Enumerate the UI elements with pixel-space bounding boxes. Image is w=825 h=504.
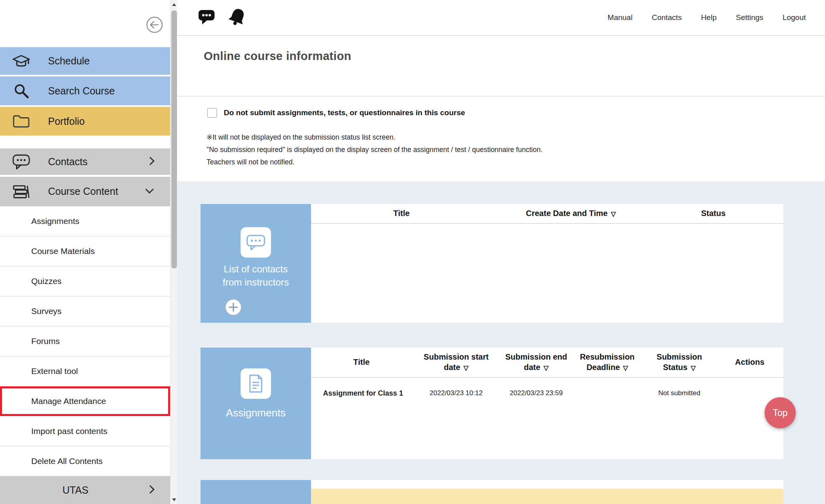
note-line: ※It will not be displayed on the submiss… xyxy=(207,131,542,144)
column-header-submission-status[interactable]: Submission Status▽ xyxy=(639,348,719,377)
cell-submission-status: Not submitted xyxy=(639,378,719,409)
assignments-table-header: Title Submission start date▽ Submission … xyxy=(311,348,783,378)
search-icon xyxy=(10,76,32,105)
contacts-card: List of contacts from instructors xyxy=(201,204,783,323)
column-header-submission-end[interactable]: Submission end date▽ xyxy=(497,348,575,377)
title-row: Online course information xyxy=(177,36,825,96)
sidebar-item-utas[interactable]: UTAS xyxy=(0,476,170,504)
scroll-up-button[interactable] xyxy=(171,0,178,9)
course-content-icon xyxy=(10,177,32,206)
assignments-table: Title Submission start date▽ Submission … xyxy=(311,348,783,459)
sidebar-scrollbar[interactable] xyxy=(170,0,177,504)
sidebar-item-surveys[interactable]: Surveys xyxy=(0,296,170,326)
highlighted-row[interactable] xyxy=(311,489,783,504)
sidebar-item-manage-attendance[interactable]: Manage Attendance xyxy=(0,386,170,416)
assignments-panel-label: Assignments xyxy=(201,407,311,419)
column-header-title[interactable]: Title xyxy=(311,348,415,377)
topbar-link-contacts[interactable]: Contacts xyxy=(652,13,682,22)
column-header-title[interactable]: Title xyxy=(311,204,495,223)
topbar-link-manual[interactable]: Manual xyxy=(608,13,632,22)
assignments-panel: Assignments xyxy=(201,348,311,459)
sort-icon: ▽ xyxy=(623,364,628,371)
sort-icon: ▽ xyxy=(691,364,695,371)
sidebar-item-search-course[interactable]: Search Course xyxy=(0,76,170,105)
sidebar-item-external-tool[interactable]: External tool xyxy=(0,356,170,386)
add-contact-button[interactable] xyxy=(225,298,242,316)
next-section-panel xyxy=(201,480,311,504)
chat-icon[interactable] xyxy=(198,9,217,26)
cell-title[interactable]: Assignment for Class 1 xyxy=(311,378,415,409)
scrollbar-thumb[interactable] xyxy=(171,10,177,268)
sidebar-item-forums[interactable]: Forums xyxy=(0,326,170,356)
chevron-down-icon xyxy=(145,185,154,193)
topbar-link-help[interactable]: Help xyxy=(701,13,717,22)
sidebar-item-import-past-contents[interactable]: Import past contents xyxy=(0,416,170,446)
note-line: Teachers will not be notified. xyxy=(207,156,542,168)
contacts-table-header: Title Create Date and Time▽ Status xyxy=(311,204,783,224)
sidebar-item-delete-all-contents[interactable]: Delete All Contents xyxy=(0,446,170,476)
next-section-table xyxy=(311,480,783,504)
table-row[interactable]: Assignment for Class 1 2022/03/23 10:12 … xyxy=(311,378,783,409)
sort-icon: ▽ xyxy=(544,364,548,371)
folder-icon xyxy=(10,107,32,136)
cell-submission-start: 2022/03/23 10:12 xyxy=(415,378,497,409)
topbar: Manual Contacts Help Settings Logout xyxy=(177,0,825,36)
collapse-sidebar-button[interactable] xyxy=(146,16,163,34)
contacts-panel-label: List of contacts from instructors xyxy=(201,262,311,289)
column-header-resubmission-deadline[interactable]: Resubmission Deadline▽ xyxy=(575,348,639,377)
topbar-link-logout[interactable]: Logout xyxy=(783,13,806,22)
lms-screen: Schedule Search Course Portfolio xyxy=(0,0,825,504)
no-submit-checkbox[interactable] xyxy=(207,108,217,118)
contacts-panel: List of contacts from instructors xyxy=(201,204,311,323)
sidebar: Schedule Search Course Portfolio xyxy=(0,0,177,504)
contacts-table-body xyxy=(311,224,783,323)
column-header-actions[interactable]: Actions xyxy=(719,348,783,377)
column-header-submission-start[interactable]: Submission start date▽ xyxy=(415,348,497,377)
contacts-table: Title Create Date and Time▽ Status xyxy=(311,204,783,323)
plus-icon xyxy=(225,311,242,317)
back-arrow-icon xyxy=(146,29,163,35)
sidebar-item-quizzes[interactable]: Quizzes xyxy=(0,266,170,296)
triangle-down-icon xyxy=(172,498,176,501)
top-button[interactable]: Top xyxy=(765,397,796,428)
assignments-table-body: Assignment for Class 1 2022/03/23 10:12 … xyxy=(311,378,783,459)
triangle-up-icon xyxy=(172,3,176,6)
note-line: "No submission required" is displayed on… xyxy=(207,144,542,156)
option-notes: ※It will not be displayed on the submiss… xyxy=(207,131,542,168)
scroll-down-button[interactable] xyxy=(171,495,178,504)
sidebar-item-course-materials[interactable]: Course Materials xyxy=(0,236,170,266)
document-icon xyxy=(241,368,271,399)
page-title: Online course information xyxy=(204,50,351,63)
sidebar-item-contacts[interactable]: Contacts xyxy=(0,148,170,175)
chevron-right-icon xyxy=(146,157,155,165)
bell-icon[interactable] xyxy=(227,7,248,28)
topbar-link-settings[interactable]: Settings xyxy=(736,13,763,22)
no-submit-label: Do not submit assignments, tests, or que… xyxy=(224,108,465,117)
sidebar-item-course-content[interactable]: Course Content xyxy=(0,177,170,206)
column-header-status[interactable]: Status xyxy=(646,204,783,223)
speech-bubble-icon xyxy=(10,148,32,175)
column-header-create-date[interactable]: Create Date and Time▽ xyxy=(495,204,646,223)
sort-icon: ▽ xyxy=(611,210,616,217)
assignments-card: Assignments Title Submission start date▽… xyxy=(201,348,783,459)
cell-submission-end: 2022/03/23 23:59 xyxy=(497,378,575,409)
course-option-section: Do not submit assignments, tests, or que… xyxy=(177,97,825,181)
next-section-card xyxy=(201,480,783,504)
main-area: Manual Contacts Help Settings Logout Onl… xyxy=(177,0,825,504)
cell-resubmission-deadline xyxy=(575,378,639,409)
chevron-right-icon xyxy=(146,485,155,494)
sidebar-item-assignments[interactable]: Assignments xyxy=(0,206,170,236)
next-section-header xyxy=(311,480,783,489)
sidebar-item-portfolio[interactable]: Portfolio xyxy=(0,107,170,136)
topbar-nav: Manual Contacts Help Settings Logout xyxy=(608,13,825,22)
graduation-cap-icon xyxy=(10,47,32,75)
chat-bubble-icon xyxy=(241,227,271,258)
sort-icon: ▽ xyxy=(464,364,468,371)
sidebar-item-schedule[interactable]: Schedule xyxy=(0,47,170,75)
